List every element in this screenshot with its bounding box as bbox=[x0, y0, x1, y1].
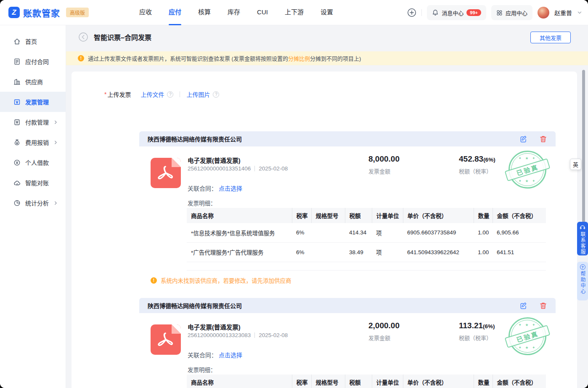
loan-icon bbox=[13, 159, 21, 166]
upload-image-help-icon[interactable]: ? bbox=[213, 91, 219, 98]
app-center-button[interactable]: 应用中心 bbox=[491, 5, 532, 20]
pdf-icon[interactable] bbox=[151, 158, 181, 188]
sidebar-item-expense-reimbursement[interactable]: 费用报销 bbox=[0, 132, 66, 152]
required-mark: * bbox=[104, 91, 106, 98]
invoice-company-name: 陕西博德畅达网络传媒有限责任公司 bbox=[148, 135, 519, 143]
sidebar-item-statistics[interactable]: 统计分析 bbox=[0, 193, 66, 213]
contact-service-button[interactable]: 联系客服 bbox=[577, 222, 588, 255]
nav-item-accounting[interactable]: 核算 bbox=[190, 0, 219, 25]
warning-icon: ! bbox=[151, 277, 157, 284]
sidebar-item-payment-management[interactable]: 付款管理 bbox=[0, 112, 66, 132]
invoice-number-row: 25612000000013351406 2025-02-08 bbox=[188, 165, 288, 172]
other-invoice-button[interactable]: 其他发票 bbox=[530, 32, 571, 43]
message-center-button[interactable]: 消息中心 99+ bbox=[427, 5, 486, 20]
col-spec: 规格型号 bbox=[311, 208, 345, 223]
pdf-cut-corner bbox=[172, 324, 181, 334]
upload-invoice-row: * 上传发票 上传文件 ? 上传图片 ? bbox=[104, 90, 219, 98]
logo-icon: Z bbox=[8, 7, 20, 18]
cell-unit: 项 bbox=[372, 223, 403, 242]
stamp-stars bbox=[509, 156, 546, 160]
help-center-button[interactable]: ? 帮助中心 bbox=[577, 262, 588, 300]
edit-icon[interactable] bbox=[519, 302, 527, 310]
invoice-amount-label: 发票金额 bbox=[368, 167, 400, 175]
sidebar-item-label: 供应商 bbox=[25, 77, 43, 86]
reconciliation-icon bbox=[13, 179, 21, 186]
invoice-type: 电子发票(普通发票) bbox=[188, 322, 241, 331]
related-contract-row: 关联合同： 点击选择 bbox=[188, 351, 242, 359]
add-icon[interactable] bbox=[407, 8, 416, 17]
cell-amount: 6,905.66 bbox=[493, 223, 546, 242]
invoice-tax-block: 452.83(6%) 税额（税率） bbox=[459, 154, 495, 175]
nav-item-payable[interactable]: 应付 bbox=[160, 0, 190, 25]
cell-quantity: 1.00 bbox=[474, 242, 493, 262]
user-name[interactable]: 赵重普 bbox=[554, 8, 572, 17]
select-contract-link[interactable]: 点击选择 bbox=[219, 352, 242, 359]
sidebar-item-invoice-management[interactable]: 发票管理 bbox=[0, 92, 66, 112]
chevron-right-icon bbox=[53, 120, 58, 125]
invoice-amount-block: 8,000.00 发票金额 bbox=[368, 154, 400, 175]
sidebar-item-personal-loan[interactable]: 个人借款 bbox=[0, 152, 66, 173]
headset-icon bbox=[580, 224, 585, 230]
trash-icon[interactable] bbox=[539, 302, 547, 310]
user-avatar[interactable] bbox=[538, 7, 549, 19]
invoice-amount: 8,000.00 bbox=[368, 154, 400, 164]
sidebar-item-label: 首页 bbox=[25, 37, 37, 45]
nav-item-inventory[interactable]: 库存 bbox=[219, 0, 249, 25]
pdf-icon[interactable] bbox=[151, 324, 181, 355]
nav-item-settings[interactable]: 设置 bbox=[312, 0, 342, 25]
sidebar-item-home[interactable]: 首页 bbox=[0, 31, 66, 51]
invoice-company-name: 陕西博德畅达网络传媒有限责任公司 bbox=[148, 301, 519, 310]
sidebar-item-smart-reconciliation[interactable]: 智能对账 bbox=[0, 173, 66, 193]
col-tax-rate: 税率 bbox=[292, 375, 311, 388]
cell-tax-rate: 6% bbox=[292, 242, 311, 262]
content-card: * 上传发票 上传文件 ? 上传图片 ? 陕西博德畅达网络传媒有限责任公司 bbox=[72, 72, 577, 388]
pdf-cut-corner bbox=[172, 158, 181, 167]
col-amount: 金额（不含税） bbox=[493, 208, 546, 223]
sidebar-item-label: 费用报销 bbox=[25, 138, 49, 146]
upload-image-link[interactable]: 上传图片 bbox=[186, 90, 210, 98]
invoice-detail-table: 商品名称 税率 规格型号 税额 计量单位 单价（不含税） 数量 金额（不含税） … bbox=[187, 375, 546, 388]
app-window: Z 账款管家 高级版 应收 应付 核算 库存 CUI 上下游 设置 消息中心 9… bbox=[0, 0, 588, 388]
trash-icon[interactable] bbox=[539, 135, 547, 143]
language-button[interactable]: 英 bbox=[570, 159, 581, 170]
chevron-down-icon[interactable] bbox=[577, 10, 582, 15]
divider bbox=[421, 9, 422, 16]
verified-stamp: 已验真 bbox=[509, 317, 546, 355]
back-icon[interactable] bbox=[79, 32, 88, 42]
upload-file-help-icon[interactable]: ? bbox=[167, 91, 173, 98]
cell-quantity: 1.00 bbox=[474, 223, 493, 242]
invoice-tax-block: 113.21(6%) 税额（税率） bbox=[459, 321, 495, 342]
sidebar-item-payable-contract[interactable]: 应付合同 bbox=[0, 51, 66, 72]
divider bbox=[254, 166, 255, 171]
select-contract-link[interactable]: 点击选择 bbox=[219, 185, 242, 192]
question-icon: ? bbox=[580, 264, 585, 270]
supplier-warning-text: 系统内未找到该供应商，若要修改，请先添加供应商 bbox=[161, 276, 291, 284]
related-contract-label: 关联合同： bbox=[188, 352, 217, 359]
nav-item-cui[interactable]: CUI bbox=[249, 0, 276, 25]
sidebar-item-supplier[interactable]: 供应商 bbox=[0, 72, 66, 92]
col-unit: 计量单位 bbox=[372, 375, 403, 388]
warning-icon: ! bbox=[78, 55, 84, 61]
money-bag-icon bbox=[13, 139, 21, 146]
col-quantity: 数量 bbox=[474, 208, 493, 223]
stamp-stars bbox=[509, 345, 546, 350]
col-unit-price: 单价（不含税） bbox=[403, 208, 474, 223]
contact-service-label: 联系客服 bbox=[580, 231, 585, 255]
cell-unit-price: 641.5094339622642 bbox=[403, 242, 474, 262]
grid-icon bbox=[496, 10, 503, 16]
allocation-ratio-link[interactable]: 分摊比例 bbox=[288, 54, 310, 62]
col-unit-price: 单价（不含税） bbox=[403, 375, 474, 388]
edit-icon[interactable] bbox=[519, 135, 527, 143]
cell-amount: 641.51 bbox=[493, 242, 546, 262]
col-tax: 税额 bbox=[345, 208, 372, 223]
brand-logo[interactable]: Z 账款管家 高级版 bbox=[8, 6, 89, 19]
table-footer-strip bbox=[187, 262, 546, 271]
info-banner: ! 通过上传发票文件或者发票照片，系统可智能识别查验发票 (发票金额将按照设置的… bbox=[66, 51, 588, 65]
chevron-right-icon bbox=[53, 140, 58, 145]
upload-file-link[interactable]: 上传文件 bbox=[140, 90, 164, 98]
payment-icon bbox=[13, 119, 21, 126]
nav-item-receivable[interactable]: 应收 bbox=[131, 0, 160, 25]
invoice-detail-label: 发票明细： bbox=[188, 199, 216, 207]
main-nav: 应收 应付 核算 库存 CUI 上下游 设置 bbox=[131, 0, 342, 25]
nav-item-supply-chain[interactable]: 上下游 bbox=[276, 0, 312, 25]
